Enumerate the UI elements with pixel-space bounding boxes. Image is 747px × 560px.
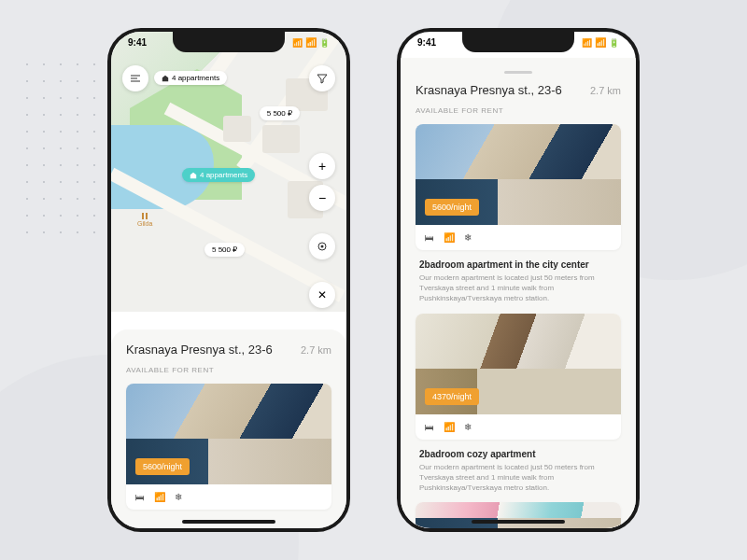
bed-icon: 🛏 (135, 492, 145, 502)
address-title: Krasnaya Presnya st., 23-6 (416, 83, 562, 97)
full-sheet[interactable]: Krasnaya Presnya st., 23-62.7 km AVAILAB… (401, 58, 636, 528)
wifi-icon: 📶 (595, 37, 606, 48)
drag-handle[interactable] (504, 71, 532, 74)
phone-map-view: 9:41 📶📶🔋 Gilda + − ✕ 4 appartments 4 app… (107, 28, 350, 532)
notch (462, 32, 574, 52)
bed-icon: 🛏 (425, 422, 434, 432)
battery-icon: 🔋 (609, 38, 619, 48)
zoom-in-button[interactable]: + (309, 153, 335, 179)
map-chip-apartments[interactable]: 4 appartments (154, 71, 227, 85)
map-poi-gilda[interactable]: Gilda (137, 211, 152, 227)
ac-icon: ❄ (175, 492, 182, 502)
amenities-row: 🛏📶❄ (416, 414, 621, 440)
menu-button[interactable] (122, 65, 148, 91)
wifi-icon: 📶 (154, 492, 165, 502)
listing-card[interactable]: 4370/night 🛏📶❄ (416, 314, 621, 440)
status-time: 9:41 (128, 37, 147, 48)
ac-icon: ❄ (464, 422, 472, 432)
locate-button[interactable] (309, 233, 335, 259)
amenities-row: 🛏📶❄ (126, 484, 331, 510)
map-chip-apartments-active[interactable]: 4 appartments (182, 168, 255, 182)
svg-point-1 (321, 245, 324, 248)
map-view[interactable]: Gilda + − ✕ 4 appartments 4 appartments … (111, 32, 346, 312)
wifi-icon: 📶 (305, 37, 317, 48)
phone-list-view: 9:41 📶📶🔋 Практика Krasnaya Presnya st., … (397, 28, 640, 532)
bottom-sheet[interactable]: Krasnaya Presnya st., 23-62.7 km AVAILAB… (111, 329, 346, 528)
listing-card[interactable] (416, 502, 621, 528)
home-indicator[interactable] (182, 520, 275, 524)
wifi-icon: 📶 (444, 232, 455, 243)
battery-icon: 🔋 (319, 38, 330, 48)
listing-card[interactable]: 5600/night 🛏📶❄ (416, 124, 621, 250)
signal-icon: 📶 (582, 38, 592, 48)
bed-icon: 🛏 (425, 232, 434, 243)
home-indicator[interactable] (472, 520, 565, 524)
listing-description: Our modern apartment is located just 50 … (416, 462, 621, 503)
map-chip-price[interactable]: 5 500 ₽ (204, 243, 245, 257)
listing-image: 5600/night (416, 124, 621, 225)
amenities-row: 🛏📶❄ (416, 225, 621, 250)
price-badge: 5600/night (135, 458, 190, 475)
listing-card[interactable]: 5600/night 🛏📶❄ (126, 384, 331, 510)
status-time: 9:41 (417, 37, 436, 48)
listing-title: 2badroom apartment in the city center (416, 259, 621, 273)
close-button[interactable]: ✕ (309, 282, 335, 308)
address-title: Krasnaya Presnya st., 23-6 (126, 343, 273, 357)
wifi-icon: 📶 (444, 422, 455, 432)
zoom-out-button[interactable]: − (309, 185, 335, 211)
address-distance: 2.7 km (590, 85, 621, 96)
price-badge: 5600/night (425, 199, 479, 216)
map-chip-price[interactable]: 5 500 ₽ (260, 106, 300, 120)
listing-title: 2badroom cozy apartment (416, 449, 621, 462)
notch (173, 32, 285, 52)
listing-image (416, 502, 621, 528)
listing-description: Our modern apartment is located just 50 … (416, 273, 621, 314)
section-label: AVAILABLE FOR RENT (126, 366, 331, 374)
signal-icon: 📶 (292, 38, 303, 48)
listing-image: 5600/night (126, 384, 331, 484)
filter-button[interactable] (309, 65, 335, 91)
ac-icon: ❄ (464, 232, 472, 243)
section-label: AVAILABLE FOR RENT (416, 106, 621, 115)
price-badge: 4370/night (425, 388, 479, 405)
listing-image: 4370/night (416, 314, 621, 414)
address-distance: 2.7 km (301, 344, 331, 356)
